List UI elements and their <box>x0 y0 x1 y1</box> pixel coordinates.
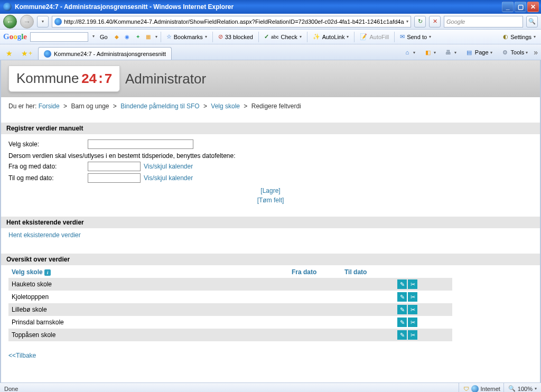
breadcrumb-prefix: Du er her: <box>8 102 36 110</box>
section-register-header: Registrer verdier manuelt <box>1 123 540 134</box>
edit-icon[interactable]: ✎ <box>397 330 407 340</box>
row-fra <box>288 303 341 316</box>
minimize-button[interactable]: _ <box>502 2 514 12</box>
breadcrumb-current: Redigere feltverdi <box>251 102 301 110</box>
table-row: Hauketo skole✎✂ <box>8 278 452 291</box>
divider <box>354 32 355 42</box>
fra-calendar-toggle[interactable]: Vis/skjul kalender <box>144 163 193 170</box>
delete-icon[interactable]: ✂ <box>408 318 417 327</box>
tab-row: ★ ★+ Kommune24:7 - Administrasjonsgrense… <box>0 44 541 60</box>
row-name: Prinsdal barnskole <box>8 316 288 329</box>
velg-skole-input[interactable] <box>88 139 193 149</box>
clear-link[interactable]: [Tøm felt] <box>257 195 284 205</box>
breadcrumb-velg[interactable]: Velg skole <box>211 102 240 110</box>
google-search-input[interactable] <box>30 32 88 42</box>
row-til <box>341 329 394 341</box>
hent-eksisterende-link[interactable]: Hent eksisterende verdier <box>8 231 81 239</box>
favorites-star[interactable]: ★ <box>3 47 15 60</box>
breadcrumb-sep: > <box>111 102 119 110</box>
add-favorite[interactable]: ★+ <box>18 47 35 60</box>
sendto-button[interactable]: ✉Send to▾ <box>398 33 433 40</box>
edit-icon[interactable]: ✎ <box>397 292 407 302</box>
spellcheck-button[interactable]: ✓abc Check ▾ <box>262 33 304 40</box>
back-link[interactable]: <<Tilbake <box>8 352 36 359</box>
save-link[interactable]: [Lagre] <box>260 186 280 195</box>
forward-button[interactable]: → <box>20 15 34 29</box>
divider <box>161 32 161 42</box>
breadcrumb: Du er her: Forside > Barn og unge > Bind… <box>1 97 540 117</box>
stop-button[interactable]: ✕ <box>429 16 441 27</box>
divider <box>258 32 259 42</box>
delete-icon[interactable]: ✂ <box>408 279 417 289</box>
til-calendar-toggle[interactable]: Vis/skjul kalender <box>144 174 193 182</box>
velg-skole-label: Velg skole: <box>8 141 88 148</box>
row-fra <box>288 291 341 303</box>
browser-tab[interactable]: Kommune24:7 - Administrasjonsgrensesnitt <box>38 47 172 60</box>
breadcrumb-sep: > <box>241 102 249 110</box>
address-dropdown-icon[interactable]: ▾ <box>406 19 408 24</box>
search-button[interactable]: 🔍 <box>526 16 538 27</box>
col-actions <box>394 266 452 278</box>
google-go-button[interactable]: Go <box>98 34 110 40</box>
print-button[interactable]: 🖶▾ <box>442 46 459 58</box>
col-fra-dato[interactable]: Fra dato <box>288 266 341 278</box>
maximize-button[interactable]: ▢ <box>515 2 526 12</box>
autofill-button[interactable]: 📝AutoFill <box>358 33 391 40</box>
refresh-button[interactable]: ↻ <box>414 16 426 27</box>
breadcrumb-forside[interactable]: Forside <box>39 102 60 110</box>
row-til <box>341 278 394 291</box>
google-toolbar: Google ▾ Go ◆ ◉ ✦ ▦ ▾ ☆Bookmarks▾ ⊘33 bl… <box>0 30 541 44</box>
search-box[interactable]: Google <box>444 16 523 27</box>
breadcrumb-barn: Barn og unge <box>71 102 109 110</box>
tools-menu[interactable]: ⚙Tools ▾ <box>498 46 531 58</box>
kommune-logo: Kommune 24:7 <box>8 66 120 92</box>
table-row: Toppåsen skole✎✂ <box>8 329 452 341</box>
close-button[interactable]: ✕ <box>527 2 539 12</box>
toolbar-icon-3[interactable]: ✦ <box>134 33 142 41</box>
breadcrumb-sfo[interactable]: Bindende påmelding til SFO <box>120 102 199 110</box>
col-til-dato[interactable]: Til dato <box>341 266 394 278</box>
delete-icon[interactable]: ✂ <box>408 305 417 314</box>
edit-icon[interactable]: ✎ <box>397 279 407 289</box>
status-bar: Done 🛡 Internet 🔍 100% ▾ <box>0 382 541 392</box>
row-actions: ✎✂ <box>394 329 452 341</box>
google-logo[interactable]: Google <box>3 32 27 41</box>
fra-dato-input[interactable] <box>88 162 141 171</box>
edit-icon[interactable]: ✎ <box>397 305 407 314</box>
row-name: Hauketo skole <box>8 278 288 291</box>
popup-blocked-button[interactable]: ⊘33 blocked <box>216 33 255 40</box>
bookmarks-button[interactable]: ☆Bookmarks▾ <box>164 33 209 40</box>
url-input[interactable] <box>64 17 404 26</box>
row-name: Toppåsen skole <box>8 329 288 341</box>
settings-button[interactable]: ◐Settings▾ <box>501 33 538 40</box>
tab-title: Kommune24:7 - Administrasjonsgrensesnitt <box>54 51 166 57</box>
command-bar: ⌂▾ ◧▾ 🖶▾ ▤Page ▾ ⚙Tools ▾ » <box>400 46 538 60</box>
administrator-label: Administrator <box>125 71 206 87</box>
row-fra <box>288 278 341 291</box>
autolink-button[interactable]: ✨AutoLink ▾ <box>311 33 351 40</box>
google-search-dropdown-icon[interactable]: ▾ <box>92 34 95 39</box>
security-zone[interactable]: 🛡 Internet <box>459 383 500 393</box>
toolbar-icon-1[interactable]: ◆ <box>113 33 120 41</box>
page-menu[interactable]: ▤Page ▾ <box>462 46 495 58</box>
page-icon <box>54 18 62 25</box>
til-dato-input[interactable] <box>88 173 141 183</box>
toolbar-icon-2[interactable]: ◉ <box>124 33 131 41</box>
col-velg-skole[interactable]: Velg skole i <box>8 266 288 278</box>
info-icon[interactable]: i <box>44 269 51 276</box>
back-button[interactable]: ← <box>3 15 17 29</box>
home-button[interactable]: ⌂▾ <box>400 46 418 58</box>
feeds-button[interactable]: ◧▾ <box>421 46 439 58</box>
history-dropdown[interactable]: ▾ <box>37 16 49 27</box>
edit-icon[interactable]: ✎ <box>397 318 407 327</box>
delete-icon[interactable]: ✂ <box>408 330 417 340</box>
zoom-control[interactable]: 🔍 100% ▾ <box>503 383 537 393</box>
divider <box>394 32 395 42</box>
delete-icon[interactable]: ✂ <box>408 292 417 302</box>
toolbar-more-icon[interactable]: ▾ <box>155 34 157 39</box>
more-chevron-icon[interactable]: » <box>534 48 538 57</box>
row-actions: ✎✂ <box>394 303 452 316</box>
toolbar-icon-4[interactable]: ▦ <box>145 33 152 41</box>
row-til <box>341 316 394 329</box>
address-bar[interactable]: ▾ <box>52 16 411 27</box>
